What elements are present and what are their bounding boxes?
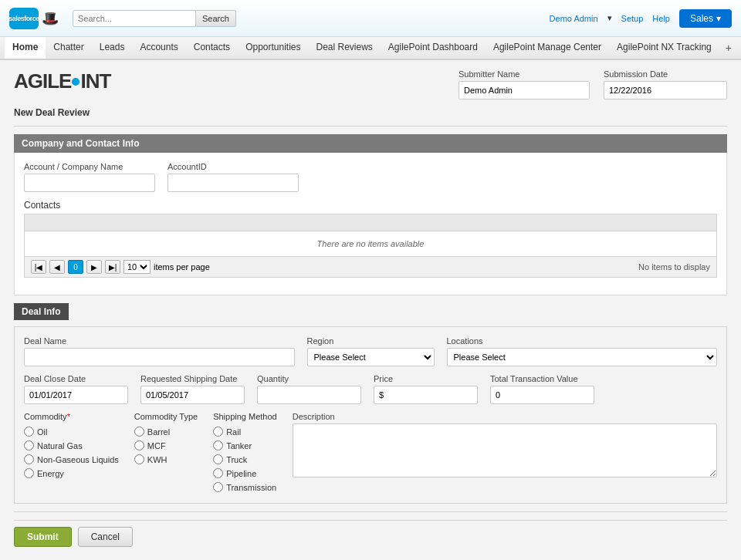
total-field: Total Transaction Value [490,374,594,404]
dates-row: Deal Close Date Requested Shipping Date … [24,374,717,404]
quantity-field: Quantity [257,374,361,404]
quantity-label: Quantity [257,374,361,383]
nav-leads[interactable]: Leads [92,37,133,59]
quantity-input[interactable] [257,386,361,404]
submission-date-label: Submission Date [604,69,727,79]
ship-rail-radio[interactable] [213,427,223,437]
submitter-name-input[interactable] [458,81,590,100]
commodity-energy-radio[interactable] [24,468,34,478]
mascot-icon: 🎩 [42,10,59,27]
nav-deal-reviews[interactable]: Deal Reviews [309,37,381,59]
pag-prev-btn[interactable]: ◀ [49,260,65,274]
per-page-select[interactable]: 10 25 50 [124,260,151,274]
company-section-header: Company and Contact Info [14,134,727,153]
commodity-natural-gas-radio[interactable] [24,440,34,450]
search-button[interactable]: Search [196,10,236,27]
help-link[interactable]: Help [652,14,670,23]
nav-bar: Home Chatter Leads Accounts Contacts Opp… [0,37,741,60]
nav-add-button[interactable]: + [719,37,738,59]
ship-tanker[interactable]: Tanker [213,440,277,450]
nav-more-button[interactable]: ▾ [738,37,741,59]
top-bar-right: Demo Admin ▾ Setup Help Sales ▾ [550,9,732,28]
contacts-section: Contacts There are no items available |◀… [24,200,717,278]
form-header: AGILEINT Submitter Name Submission Date [14,69,727,100]
ship-tanker-radio[interactable] [213,440,223,450]
commodity-type-group: Commodity Type Barrel MCF KWH [134,412,198,494]
deal-name-field: Deal Name [24,336,295,366]
locations-label: Locations [447,336,718,346]
ship-date-field: Requested Shipping Date [140,374,245,404]
ship-date-input[interactable] [140,386,245,404]
type-mcf-radio[interactable] [134,440,144,450]
pag-first-btn[interactable]: |◀ [31,260,46,274]
accountid-field: AccountID [167,162,299,192]
commodity-non-gaseous[interactable]: Non-Gaseous Liquids [24,454,119,464]
price-input[interactable] [374,386,478,404]
type-mcf[interactable]: MCF [134,440,198,450]
ship-transmission[interactable]: Transmission [213,482,277,492]
region-label: Region [307,336,435,346]
contacts-label: Contacts [24,200,717,211]
setup-link[interactable]: Setup [621,14,644,23]
type-barrel-radio[interactable] [134,427,144,437]
type-kwh[interactable]: KWH [134,454,198,464]
commodity-non-gaseous-radio[interactable] [24,454,34,464]
deal-close-input[interactable] [24,386,128,404]
commodity-energy[interactable]: Energy [24,468,119,478]
nav-accounts[interactable]: Accounts [132,37,185,59]
nav-contacts[interactable]: Contacts [186,37,238,59]
deal-name-label: Deal Name [24,336,295,346]
demo-admin-link[interactable]: Demo Admin [550,14,598,23]
commodity-section: Commodity* Oil Natural Gas Non-Gaseous L… [24,412,717,494]
deal-section: Deal Info Deal Name Region Please Select… [14,303,727,504]
nav-agilepoint-nx[interactable]: AgilePoint NX Tracking [609,37,719,59]
ship-truck[interactable]: Truck [213,454,277,464]
ship-rail[interactable]: Rail [213,427,277,437]
submit-button[interactable]: Submit [14,527,72,547]
items-per-page-label: items per page [154,262,210,272]
pag-last-btn[interactable]: ▶| [105,260,120,274]
bottom-buttons: Submit Cancel [14,520,727,553]
search-container: Search [73,10,242,27]
sf-logo: salesforce [9,8,39,29]
pag-next-btn[interactable]: ▶ [86,260,102,274]
nav-agilepoint-dashboard[interactable]: AgilePoint Dashboard [381,37,486,59]
divider-1 [14,126,727,127]
commodity-oil-radio[interactable] [24,427,34,437]
company-section: Company and Contact Info Account / Compa… [14,134,727,295]
nav-opportunities[interactable]: Opportunities [238,37,308,59]
submitter-label: Submitter Name [458,69,590,79]
nav-agilepoint-manage[interactable]: AgilePoint Manage Center [486,37,609,59]
type-kwh-radio[interactable] [134,454,144,464]
locations-select[interactable]: Please Select [447,348,718,366]
description-textarea[interactable] [293,423,717,477]
deal-section-header: Deal Info [14,303,69,320]
page-title: New Deal Review [14,107,727,118]
shipping-method-label: Shipping Method [213,412,277,421]
total-input[interactable] [490,386,594,404]
ship-truck-radio[interactable] [213,454,223,464]
account-company-input[interactable] [24,174,155,192]
type-barrel[interactable]: Barrel [134,427,198,437]
pag-current-btn[interactable]: 0 [68,260,83,274]
search-input[interactable] [73,10,196,27]
accountid-input[interactable] [167,174,299,192]
deal-name-input[interactable] [24,348,295,366]
description-field: Description [293,412,717,494]
locations-field: Locations Please Select [447,336,718,366]
nav-chatter[interactable]: Chatter [46,37,91,59]
region-select[interactable]: Please Select [307,348,435,366]
ship-transmission-radio[interactable] [213,482,223,492]
ship-date-label: Requested Shipping Date [140,374,245,383]
nav-home[interactable]: Home [5,37,46,59]
commodity-group: Commodity* Oil Natural Gas Non-Gaseous L… [24,412,119,494]
submission-date-input[interactable] [604,81,727,100]
ship-pipeline-radio[interactable] [213,468,223,478]
ship-pipeline[interactable]: Pipeline [213,468,277,478]
commodity-natural-gas[interactable]: Natural Gas [24,440,119,450]
commodity-oil[interactable]: Oil [24,427,119,437]
cancel-button[interactable]: Cancel [78,527,133,547]
divider-bottom [14,511,727,512]
sales-button[interactable]: Sales ▾ [679,9,732,28]
deal-close-label: Deal Close Date [24,374,128,383]
